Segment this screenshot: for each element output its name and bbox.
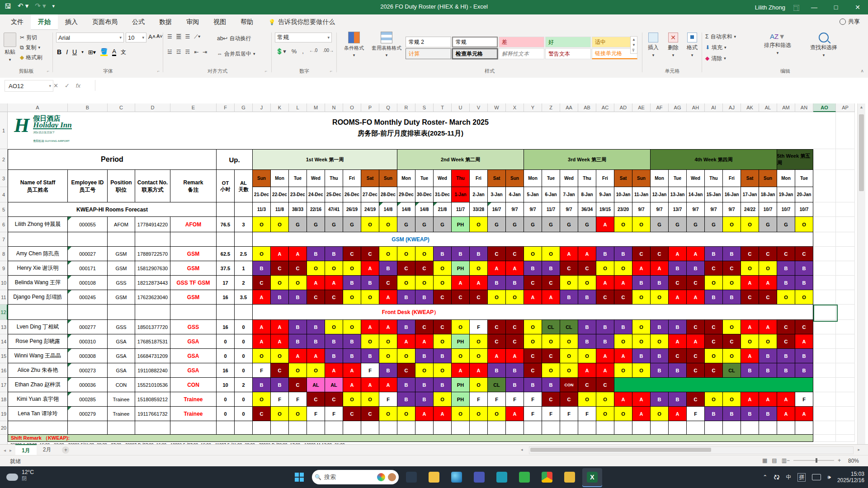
delete-cells-button[interactable]: ✕ 删除▾ bbox=[664, 33, 683, 57]
weather-widget[interactable]: 12°C 阴 bbox=[6, 469, 34, 482]
empty-cell[interactable] bbox=[759, 421, 777, 435]
day-header-4[interactable]: Thu bbox=[325, 170, 343, 187]
shift-cell[interactable]: O bbox=[452, 320, 470, 334]
cell-AP[interactable] bbox=[836, 112, 855, 149]
shift-cell[interactable]: B bbox=[596, 320, 614, 334]
shift-cell[interactable]: A bbox=[506, 261, 524, 276]
shift-cell[interactable]: A bbox=[253, 334, 271, 349]
comma-icon[interactable]: , bbox=[302, 48, 304, 55]
staff-position[interactable]: GSS bbox=[108, 276, 135, 290]
shift-cell[interactable]: O bbox=[470, 378, 488, 392]
staff-contact[interactable]: 15180859212 bbox=[135, 392, 170, 407]
shift-cell[interactable]: C bbox=[506, 334, 524, 349]
percent-icon[interactable]: % bbox=[292, 48, 297, 55]
cell-AP[interactable] bbox=[836, 290, 855, 305]
shift-cell[interactable]: A bbox=[379, 378, 397, 392]
shift-cell[interactable]: C bbox=[542, 392, 560, 407]
shift-cell[interactable]: O bbox=[434, 276, 452, 290]
staff-name[interactable]: Lena Tan 谭珍玲 bbox=[8, 407, 68, 421]
shift-cell[interactable]: C bbox=[578, 261, 596, 276]
shift-cell[interactable]: C bbox=[271, 363, 289, 378]
empty-cell[interactable] bbox=[8, 421, 68, 435]
shift-cell[interactable]: B bbox=[614, 320, 632, 334]
shift-cell[interactable]: B bbox=[795, 349, 813, 363]
shift-cell[interactable]: B bbox=[578, 320, 596, 334]
empty-cell[interactable] bbox=[170, 421, 217, 435]
staff-position[interactable]: CON bbox=[108, 378, 135, 392]
col-header-C[interactable]: C bbox=[108, 103, 135, 112]
cell-AP[interactable] bbox=[836, 435, 855, 442]
sort-filter-button[interactable]: AZ▼ 排序和筛选▾ bbox=[756, 33, 799, 55]
staff-ot[interactable]: 17 bbox=[217, 276, 235, 290]
shift-cell[interactable]: B bbox=[415, 378, 434, 392]
shift-cell[interactable]: O bbox=[651, 334, 669, 349]
shift-cell[interactable]: C bbox=[687, 363, 705, 378]
cell-AO[interactable] bbox=[813, 407, 836, 421]
row-header-9[interactable]: 9 bbox=[0, 261, 8, 276]
shift-cell[interactable]: C bbox=[687, 349, 705, 363]
staff-id[interactable]: 000285 bbox=[68, 392, 108, 407]
font-dialog-launcher-icon[interactable]: ⌐ bbox=[157, 69, 160, 73]
shift-cell[interactable]: O bbox=[542, 334, 560, 349]
staff-contact[interactable]: 17784914220 bbox=[135, 217, 170, 232]
shift-cell[interactable]: A bbox=[596, 276, 614, 290]
shift-cell[interactable]: B bbox=[560, 290, 578, 305]
cell-AO[interactable] bbox=[813, 217, 836, 232]
empty-cell[interactable] bbox=[687, 421, 705, 435]
date-header-27[interactable]: 17-Jan bbox=[741, 187, 759, 202]
format-cells-button[interactable]: 格式▾ bbox=[684, 33, 701, 57]
date-header-28[interactable]: 18-Jan bbox=[759, 187, 777, 202]
staff-remark[interactable]: GSM bbox=[170, 261, 217, 276]
day-header-24[interactable]: Wed bbox=[687, 170, 705, 187]
col-header-R[interactable]: R bbox=[397, 103, 415, 112]
user-name[interactable]: Lilith Zhong bbox=[755, 4, 785, 11]
shift-cell[interactable]: G bbox=[307, 217, 325, 232]
staff-id[interactable]: 000279 bbox=[68, 407, 108, 421]
shift-cell[interactable]: O bbox=[470, 261, 488, 276]
decrease-decimal-icon[interactable]: .00→ bbox=[323, 48, 334, 55]
shift-cell[interactable]: C bbox=[669, 349, 687, 363]
shift-cell[interactable]: B bbox=[632, 349, 651, 363]
shift-cell[interactable]: O bbox=[723, 217, 741, 232]
shift-cell[interactable]: B bbox=[723, 407, 741, 421]
shift-cell[interactable]: C bbox=[596, 378, 614, 392]
col-header-V[interactable]: V bbox=[470, 103, 488, 112]
shift-cell[interactable]: F bbox=[542, 407, 560, 421]
week-band-4[interactable]: 4th Week 第四周 bbox=[651, 149, 777, 170]
shift-cell[interactable]: B bbox=[795, 276, 813, 290]
staff-remark[interactable]: AFOM bbox=[170, 217, 217, 232]
shift-cell[interactable]: C bbox=[434, 290, 452, 305]
gallery-more-icon[interactable]: ⊽ bbox=[632, 48, 636, 52]
shift-cell[interactable]: C bbox=[542, 276, 560, 290]
shift-cell[interactable]: CL bbox=[723, 363, 741, 378]
col-header-AL[interactable]: AL bbox=[759, 103, 777, 112]
shift-cell[interactable]: B bbox=[614, 247, 632, 261]
cell-AP[interactable] bbox=[836, 421, 855, 435]
shift-cell[interactable]: O bbox=[578, 276, 596, 290]
shift-cell[interactable]: O bbox=[741, 334, 759, 349]
date-header-20[interactable]: 10-Jan bbox=[614, 187, 632, 202]
shift-cell[interactable]: C bbox=[578, 378, 596, 392]
gallery-up-icon[interactable]: ▲ bbox=[632, 38, 636, 42]
shift-cell[interactable]: C bbox=[343, 407, 361, 421]
conditional-formatting-button[interactable]: 条件格式▾ bbox=[339, 32, 369, 57]
forecast-22[interactable]: 9/7 bbox=[651, 202, 669, 217]
shift-cell[interactable]: A bbox=[596, 217, 614, 232]
date-header-18[interactable]: 8-Jan bbox=[578, 187, 596, 202]
shift-cell[interactable]: O bbox=[723, 320, 741, 334]
shift-cell[interactable]: O bbox=[651, 290, 669, 305]
shift-cell[interactable]: B bbox=[723, 290, 741, 305]
cell-AO[interactable] bbox=[813, 170, 836, 202]
edge-icon[interactable] bbox=[447, 468, 467, 486]
date-header-25[interactable]: 15-Jan bbox=[705, 187, 723, 202]
shift-cell[interactable]: O bbox=[560, 334, 578, 349]
increase-decimal-icon[interactable]: ←.0 bbox=[309, 48, 317, 55]
pinyin-icon[interactable]: 拼 bbox=[797, 473, 806, 482]
cell-AO[interactable] bbox=[813, 363, 836, 378]
cell-style-7[interactable]: 检查单元格 bbox=[452, 48, 498, 59]
cell-AP[interactable] bbox=[836, 334, 855, 349]
shift-cell[interactable]: O bbox=[253, 247, 271, 261]
shift-cell[interactable]: C bbox=[325, 392, 343, 407]
shift-cell[interactable]: O bbox=[542, 363, 560, 378]
shift-cell[interactable]: PH bbox=[452, 334, 470, 349]
